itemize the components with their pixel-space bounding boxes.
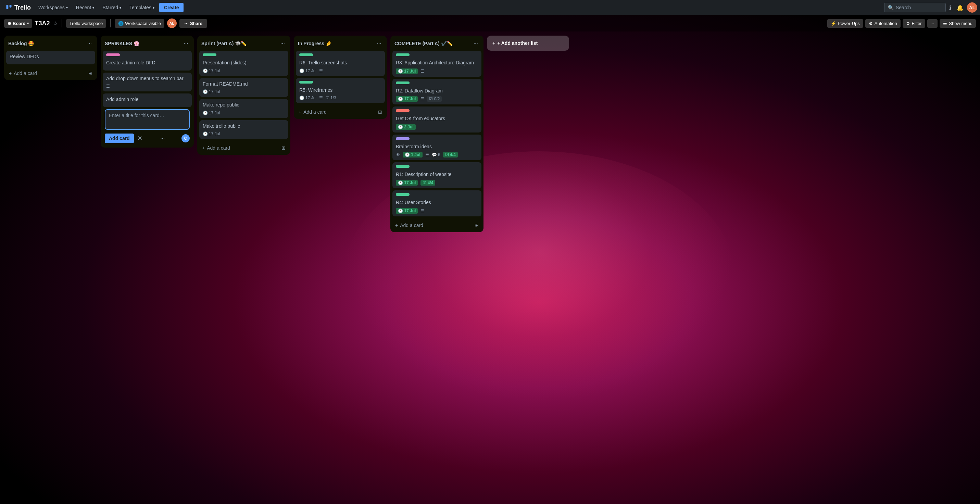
card-brainstorm-ideas[interactable]: Brainstorm ideas 👁 🕐 1 Jul ☰ 💬 6 ☑ 4/4 xyxy=(392,135,481,161)
template-icon[interactable]: ⊞ xyxy=(88,70,92,76)
card-format-readme[interactable]: Format README.md 🕐 17 Jul xyxy=(199,78,288,97)
list-menu-button[interactable]: ··· xyxy=(86,39,93,48)
more-button[interactable]: ··· xyxy=(927,19,938,28)
card-meta: 🕐 17 Jul ☰ xyxy=(396,208,478,214)
list-menu-button[interactable]: ··· xyxy=(279,39,286,48)
list-menu-button[interactable]: ··· xyxy=(375,39,383,48)
recent-menu[interactable]: Recent ▾ xyxy=(73,3,98,12)
card-create-admin-dfd[interactable]: Create admin role DFD xyxy=(103,51,192,70)
card-r2-dataflow[interactable]: R2: Dataflow Diagram 🕐 17 Jul ☰ ☑ 0/2 xyxy=(392,79,481,105)
card-make-repo-public[interactable]: Make repo public 🕐 17 Jul xyxy=(199,99,288,118)
search-icon: 🔍 xyxy=(888,5,894,10)
add-card-actions: Add card ✕ ··· ↻ xyxy=(105,133,190,143)
card-r3-architecture[interactable]: R3: Application Architecture Diagram 🕐 1… xyxy=(392,51,481,77)
info-button[interactable]: ℹ xyxy=(947,2,953,13)
card-meta: 🕐 17 Jul ☰ xyxy=(396,68,478,74)
template-icon[interactable]: ⊞ xyxy=(282,145,286,151)
menu-icon: ☰ xyxy=(943,21,947,26)
add-card-submit-button[interactable]: Add card xyxy=(105,134,134,143)
add-card-button-in-progress[interactable]: + Add a card ⊞ xyxy=(296,107,385,117)
list-title: SPRINKLES 🌸 xyxy=(105,41,139,46)
add-card-button-complete[interactable]: + Add a card ⊞ xyxy=(392,221,481,230)
visibility-button[interactable]: 🌐 Workspace visible xyxy=(115,19,164,28)
date-badge: 🕐 17 Jul xyxy=(396,68,418,74)
add-card-cancel-button[interactable]: ✕ xyxy=(136,133,144,143)
card-add-admin-role[interactable]: Add admin role xyxy=(103,94,192,107)
card-title: R3: Application Architecture Diagram xyxy=(396,60,478,67)
member-avatar[interactable]: AL xyxy=(167,19,177,28)
clock-icon: 🕐 xyxy=(299,95,304,100)
list-sprinkles: SPRINKLES 🌸 ··· Create admin role DFD Ad… xyxy=(101,36,194,148)
list-menu-button[interactable]: ··· xyxy=(472,39,479,48)
card-date: 🕐 17 Jul xyxy=(203,111,220,115)
clock-icon: 🕐 xyxy=(203,111,208,115)
board-content: Backlog 🤩 ··· Review DFDs + Add a card ⊞… xyxy=(0,32,980,504)
divider xyxy=(110,19,111,27)
plus-icon: + xyxy=(202,145,205,151)
card-label xyxy=(396,137,409,140)
card-review-dfds[interactable]: Review DFDs xyxy=(6,51,95,64)
board-title: T3A2 xyxy=(35,20,50,27)
list-backlog: Backlog 🤩 ··· Review DFDs + Add a card ⊞ xyxy=(4,36,97,80)
board-view-button[interactable]: ⊞ Board ▾ xyxy=(4,19,32,28)
create-button[interactable]: Create xyxy=(159,3,184,12)
card-r6-trello-screenshots[interactable]: R6: Trello screenshots 🕐 17 Jul ☰ xyxy=(296,51,385,76)
card-date: 🕐 17 Jul xyxy=(299,95,317,100)
starred-menu[interactable]: Starred ▾ xyxy=(99,3,125,12)
card-get-ok-educators[interactable]: Get OK from educators 🕐 2 Jul xyxy=(392,107,481,132)
add-card-more-button[interactable]: ··· xyxy=(159,134,166,143)
notifications-button[interactable]: 🔔 xyxy=(955,2,966,13)
list-title: In Progress 🤌 xyxy=(298,41,331,46)
templates-menu[interactable]: Templates ▾ xyxy=(126,3,158,12)
card-r5-wireframes[interactable]: R5: Wireframes 🕐 17 Jul ☰ ☑ 1/3 xyxy=(296,78,385,103)
card-r1-description[interactable]: R1: Description of website 🕐 17 Jul ☑ 4/… xyxy=(392,162,481,188)
card-date: 🕐 17 Jul xyxy=(203,68,220,73)
automation-icon: ⚙ xyxy=(869,21,873,26)
card-title: Add drop down menus to search bar xyxy=(106,75,188,82)
search-bar[interactable]: 🔍 Search xyxy=(884,3,946,12)
workspaces-menu[interactable]: Workspaces ▾ xyxy=(35,3,71,12)
card-add-dropdown[interactable]: Add drop down menus to search bar ☰ xyxy=(103,73,192,92)
checklist-badge: ☑ 1/3 xyxy=(326,95,336,100)
workspace-button[interactable]: Trello workspace xyxy=(66,19,107,28)
card-title: R1: Description of website xyxy=(396,171,478,178)
divider xyxy=(62,19,62,27)
add-card-button-backlog[interactable]: + Add a card ⊞ xyxy=(6,68,95,78)
filter-button[interactable]: ⚙ Filter xyxy=(903,19,925,28)
power-ups-button[interactable]: ⚡ Power-Ups xyxy=(827,19,863,28)
card-label xyxy=(299,53,313,56)
checklist-done-badge: ☑ 4/4 xyxy=(443,152,458,157)
card-title: Create admin role DFD xyxy=(106,60,188,67)
card-meta: 🕐 17 Jul ☰ ☑ 0/2 xyxy=(396,96,478,102)
board-header: ⊞ Board ▾ T3A2 ☆ Trello workspace 🌐 Work… xyxy=(0,15,980,32)
card-meta: 🕐 17 Jul ☰ xyxy=(299,68,382,73)
list-cards-in-progress: R6: Trello screenshots 🕐 17 Jul ☰ R5: Wi… xyxy=(294,51,387,107)
list-header-in-progress: In Progress 🤌 ··· xyxy=(294,36,387,51)
share-button[interactable]: ⋯ Share xyxy=(180,19,207,28)
card-make-trello-public[interactable]: Make trello public 🕐 17 Jul xyxy=(199,120,288,139)
card-meta: 🕐 17 Jul ☰ ☑ 1/3 xyxy=(299,95,382,100)
list-complete: COMPLETE (Part A) ✔️✏️ ··· R3: Applicati… xyxy=(390,36,484,232)
automation-button[interactable]: ⚙ Automation xyxy=(865,19,900,28)
show-menu-button[interactable]: ☰ Show menu xyxy=(940,19,976,28)
description-badge: ☰ xyxy=(319,68,323,73)
add-card-button-sprint-a[interactable]: + Add a card ⊞ xyxy=(199,143,288,153)
card-title-input[interactable] xyxy=(105,109,190,130)
lightning-icon: ⚡ xyxy=(831,21,836,26)
description-badge: ☰ xyxy=(420,97,424,101)
user-avatar[interactable]: AL xyxy=(967,2,977,13)
top-navigation: Trello Workspaces ▾ Recent ▾ Starred ▾ T… xyxy=(0,0,980,15)
template-icon[interactable]: ⊞ xyxy=(378,109,382,115)
list-menu-button[interactable]: ··· xyxy=(183,39,190,48)
template-icon[interactable]: ⊞ xyxy=(474,223,479,228)
card-title: R6: Trello screenshots xyxy=(299,60,382,67)
card-presentation[interactable]: Presentation (slides) 🕐 17 Jul xyxy=(199,51,288,76)
add-another-list-button[interactable]: + + Add another list xyxy=(487,36,569,51)
chevron-down-icon: ▾ xyxy=(153,6,154,10)
chevron-down-icon: ▾ xyxy=(27,22,29,25)
card-title: Make repo public xyxy=(203,102,285,108)
card-r4-user-stories[interactable]: R4: User Stories 🕐 17 Jul ☰ xyxy=(392,190,481,216)
date-badge: 🕐 17 Jul xyxy=(396,96,418,102)
card-date: 🕐 17 Jul xyxy=(203,132,220,136)
star-icon[interactable]: ☆ xyxy=(53,20,57,27)
